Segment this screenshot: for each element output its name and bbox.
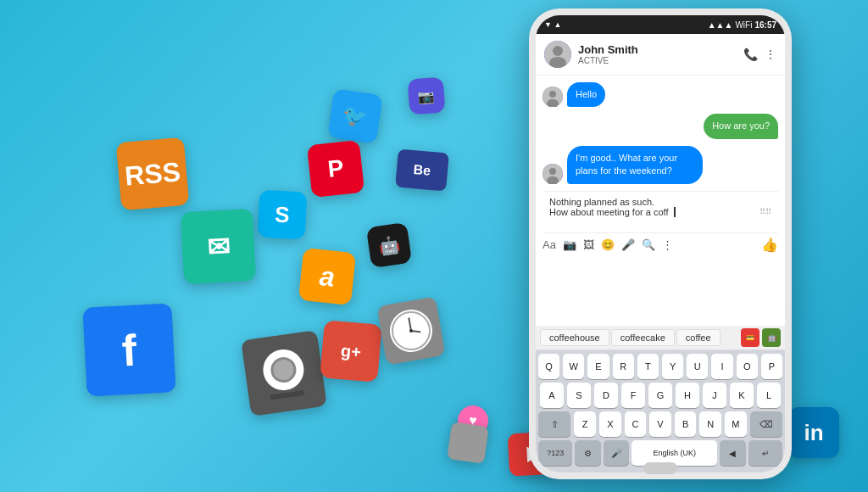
mic-icon[interactable]: 🎤: [621, 238, 635, 251]
amazon-icon: a: [318, 260, 337, 294]
key-u[interactable]: U: [687, 354, 708, 379]
email-icon: ✉: [206, 230, 231, 263]
pinterest-tile[interactable]: P: [307, 140, 364, 198]
message-row-1: Hello: [542, 82, 778, 107]
wifi-icon: WiFi: [735, 20, 752, 30]
key-o[interactable]: O: [737, 354, 758, 379]
chat-area: Hello How are you? I'm good.. W: [536, 75, 785, 326]
phone-wrapper: ▼ ▲ ▲▲▲ WiFi 16:57: [529, 8, 800, 484]
key-left[interactable]: ◀: [720, 440, 745, 466]
contact-avatar: [544, 41, 571, 68]
message-row-2: How are you?: [542, 114, 778, 138]
key-settings[interactable]: ⚙: [575, 440, 600, 466]
key-a[interactable]: A: [540, 383, 564, 408]
instagram-icon: 📷: [417, 87, 435, 104]
reddit-icon: 🤖: [377, 233, 401, 256]
svg-point-11: [549, 168, 556, 175]
sender-avatar-3: [542, 164, 563, 184]
key-h[interactable]: H: [676, 383, 699, 408]
toolbar-icons[interactable]: Aa 📷 🖼 😊 🎤 🔍 ⋮: [542, 238, 673, 251]
search-icon[interactable]: 🔍: [642, 238, 655, 251]
linkedin-icon: in: [804, 420, 823, 446]
key-i[interactable]: I: [711, 354, 732, 379]
word-suggestions: coffeehouse coffeecake coffee 💳 🤖: [536, 326, 785, 350]
behance-tile[interactable]: Be: [395, 148, 449, 191]
key-k[interactable]: K: [730, 383, 754, 408]
pinterest-icon: P: [326, 154, 345, 183]
more-icon[interactable]: ⋮: [765, 48, 776, 61]
key-c[interactable]: C: [625, 411, 647, 437]
amazon-tile[interactable]: a: [298, 248, 356, 305]
key-w[interactable]: W: [563, 354, 584, 379]
status-bar: ▼ ▲ ▲▲▲ WiFi 16:57: [536, 15, 785, 34]
suggestion-coffeehouse[interactable]: coffeehouse: [540, 329, 609, 346]
key-b[interactable]: B: [675, 411, 697, 437]
key-123[interactable]: ?123: [538, 440, 572, 466]
key-enter[interactable]: ↵: [748, 440, 782, 466]
rss-icon: RSS: [124, 156, 182, 193]
key-q[interactable]: Q: [538, 354, 559, 379]
key-shift[interactable]: ⇧: [538, 411, 570, 437]
like-button[interactable]: 👍: [761, 237, 778, 253]
keyboard-row-1: Q W E R T Y U I O P: [538, 354, 782, 379]
key-r[interactable]: R: [613, 354, 634, 379]
twitter-icon: 🐦: [341, 103, 370, 130]
key-x[interactable]: X: [599, 411, 621, 437]
key-n[interactable]: N: [699, 411, 721, 437]
clock-tile[interactable]: [376, 296, 445, 365]
key-t[interactable]: T: [637, 354, 659, 379]
key-s[interactable]: S: [567, 383, 591, 408]
skype-icon: S: [275, 201, 291, 228]
key-delete[interactable]: ⌫: [750, 411, 782, 437]
status-bar-left: ▼ ▲: [544, 20, 561, 29]
svg-point-5: [553, 46, 563, 56]
svg-point-8: [549, 91, 556, 98]
facebook-tile[interactable]: f: [82, 303, 175, 396]
emoji-icon[interactable]: 😊: [601, 238, 615, 251]
camera-lens: [260, 346, 306, 392]
clock-face: [387, 306, 436, 355]
rss-tile[interactable]: RSS: [116, 137, 190, 211]
more-toolbar-icon[interactable]: ⋮: [662, 238, 673, 251]
suggestion-coffeecake[interactable]: coffeecake: [611, 329, 675, 346]
key-d[interactable]: D: [594, 383, 618, 408]
home-button[interactable]: [643, 462, 677, 474]
camera-lens-inner: [269, 355, 298, 384]
key-y[interactable]: Y: [662, 354, 683, 379]
camera-toolbar-icon[interactable]: 📷: [563, 238, 576, 251]
googleplus-tile[interactable]: g+: [320, 320, 382, 383]
key-p[interactable]: P: [761, 354, 782, 379]
key-z[interactable]: Z: [574, 411, 596, 437]
android-icon[interactable]: 🤖: [762, 328, 781, 347]
key-m[interactable]: M: [725, 411, 747, 437]
suggestion-coffee[interactable]: coffee: [676, 329, 721, 346]
key-v[interactable]: V: [649, 411, 671, 437]
twitter-tile[interactable]: 🐦: [327, 88, 383, 144]
header-left: John Smith ACTIVE: [544, 41, 638, 68]
key-e[interactable]: E: [587, 354, 609, 379]
key-j[interactable]: J: [703, 383, 726, 408]
skype-tile[interactable]: S: [258, 190, 308, 240]
header-icons[interactable]: 📞 ⋮: [743, 48, 776, 61]
font-icon[interactable]: Aa: [542, 238, 556, 251]
key-mic[interactable]: 🎤: [604, 440, 629, 466]
key-g[interactable]: G: [648, 383, 672, 408]
call-icon[interactable]: 📞: [743, 48, 758, 61]
reddit-tile[interactable]: 🤖: [366, 222, 412, 268]
behance-icon: Be: [413, 162, 431, 179]
googleplus-icon: g+: [340, 341, 362, 362]
key-f[interactable]: F: [621, 383, 645, 408]
keyboard: Q W E R T Y U I O P A S D F G: [536, 350, 785, 472]
card-icon[interactable]: 💳: [741, 328, 760, 347]
key-l[interactable]: L: [757, 383, 781, 408]
key-space[interactable]: English (UK): [632, 440, 717, 466]
image-icon[interactable]: 🖼: [583, 238, 594, 251]
camera-tile[interactable]: [241, 330, 327, 417]
typed-text: Nothing planned as such.How about meetin…: [549, 197, 668, 217]
instagram-tile[interactable]: 📷: [408, 77, 446, 115]
message-bubble-1: Hello: [567, 82, 605, 107]
sender-avatar-1: [542, 87, 563, 107]
char-counter: ⠿⠿: [760, 207, 771, 216]
suggestion-icons: 💳 🤖: [741, 328, 781, 347]
email-tile[interactable]: ✉: [181, 209, 256, 284]
